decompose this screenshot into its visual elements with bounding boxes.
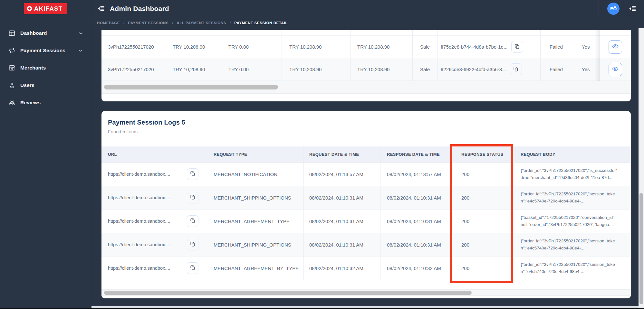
- copy-icon: [190, 241, 196, 248]
- copy-button[interactable]: [187, 168, 198, 180]
- copy-icon: [190, 194, 196, 201]
- payment-sessions-card: 3vPh1722550217020 TRY 10,208.90 TRY 0.00…: [101, 30, 631, 101]
- logo-wrap: AKIFAST: [0, 0, 91, 17]
- users-icon: [8, 82, 15, 89]
- breadcrumb-payment-sessions[interactable]: PAYMENT SESSIONS: [128, 21, 168, 25]
- amount-cell: TRY 10,208.90: [165, 58, 222, 80]
- breadcrumb-all-payment-sessions[interactable]: ALL PAYMENT SESSIONS: [177, 21, 226, 25]
- request-body-line: {"order_id":"3vPh1722550217020","is_succ…: [521, 167, 631, 174]
- copy-button[interactable]: [187, 215, 198, 227]
- request-type-cell: MERCHANT_AGREEMENT_TYPE: [205, 210, 304, 233]
- logs-title: Payment Session Logs 5: [108, 119, 631, 126]
- sidebar-item-payment-sessions[interactable]: Payment Sessions: [0, 42, 91, 59]
- request-datetime-cell: 08/02/2024, 01:13:57 AM: [304, 163, 380, 186]
- response-status-cell: 200: [451, 257, 513, 280]
- url-cell: https://client-demo.sandbox....: [101, 163, 205, 186]
- response-status-cell: 200: [451, 186, 513, 209]
- copy-icon: [190, 171, 196, 177]
- logo[interactable]: AKIFAST: [24, 3, 67, 14]
- request-body-line: {"order_id":"3vPh1722550217020","session…: [521, 191, 631, 198]
- request-body-line: {"basket_id":"1722550217020","conversati…: [521, 214, 631, 221]
- view-detail-button[interactable]: [609, 40, 622, 54]
- request-body-line: null,"order_id":"3vPh1722550217020","lan…: [521, 221, 631, 228]
- horizontal-scrollbar-thumb[interactable]: [104, 291, 472, 295]
- view-detail-button[interactable]: [609, 63, 622, 76]
- screen: AKIFAST Dashboard Payment Sessions: [0, 0, 644, 309]
- url-cell: https://client-demo.sandbox....: [101, 186, 205, 209]
- url-text: https://client-demo.sandbox....: [108, 172, 170, 177]
- chevron-down-icon: [78, 48, 83, 53]
- sidebar-item-reviews[interactable]: Reviews: [0, 94, 91, 111]
- sidebar-nav: Dashboard Payment Sessions Merchants: [0, 17, 91, 111]
- net-amount-cell: TRY 10,208.90: [282, 36, 351, 58]
- reviews-icon: [8, 99, 15, 106]
- request-datetime-cell: 08/02/2024, 01:10:31 AM: [304, 210, 380, 233]
- copy-button[interactable]: [187, 192, 198, 203]
- request-type-cell: MERCHANT_SHIPPING_OPTIONS: [205, 186, 304, 209]
- request-body-cell: {"order_id":"3vPh1722550217020","is_succ…: [513, 163, 631, 186]
- topbar-divider: [599, 0, 599, 17]
- eye-icon: [612, 65, 619, 73]
- total-amount-cell: TRY 10,208.90: [351, 58, 413, 80]
- sidebar: AKIFAST Dashboard Payment Sessions: [0, 0, 91, 308]
- breadcrumb-homepage[interactable]: HOMEPAGE: [97, 21, 120, 25]
- url-cell: https://client-demo.sandbox....: [101, 210, 205, 233]
- dashboard-icon: [8, 30, 15, 37]
- request-body-cell: {"order_id":"3vPh1722550217020","session…: [513, 257, 631, 280]
- order-no-cell: 3vPh1722550217020: [101, 58, 165, 80]
- logs-subtitle: Found 5 items.: [108, 129, 631, 134]
- horizontal-scrollbar[interactable]: [101, 289, 631, 296]
- vertical-scrollbar[interactable]: [639, 28, 644, 308]
- request-datetime-cell: 08/02/2024, 01:10:31 AM: [304, 186, 380, 209]
- request-body-line: n":"e4c5740e-720c-4cb4-98e4-...: [521, 245, 631, 252]
- avatar[interactable]: EÖ: [607, 3, 620, 15]
- horizontal-scrollbar-thumb[interactable]: [104, 85, 278, 89]
- logs-table-header-row: URL REQUEST TYPE REQUEST DATE & TIME RES…: [101, 146, 631, 163]
- logo-icon: [27, 6, 32, 11]
- sidebar-item-merchants[interactable]: Merchants: [0, 59, 91, 77]
- url-cell: https://client-demo.sandbox....: [101, 257, 205, 280]
- right-panel-toggle-icon[interactable]: [628, 5, 637, 13]
- response-datetime-cell: 08/02/2024, 01:13:57 AM: [380, 163, 451, 186]
- refund-amount-cell: TRY 0.00: [222, 36, 282, 58]
- breadcrumb: HOMEPAGE / PAYMENT SESSIONS / ALL PAYMEN…: [91, 17, 644, 28]
- transaction-id-cell: ff75e2e8-b744-4d8a-b7be-1e...: [437, 36, 541, 58]
- copy-button[interactable]: [510, 63, 522, 75]
- eye-icon: [612, 43, 619, 51]
- vertical-scrollbar-thumb[interactable]: [639, 193, 643, 304]
- logo-text: AKIFAST: [34, 5, 62, 12]
- logs-table-row: https://client-demo.sandbox.... MERCHANT…: [101, 186, 631, 210]
- breadcrumb-separator: /: [123, 21, 124, 25]
- refund-amount-cell: TRY 0.00: [222, 58, 282, 80]
- transaction-id-cell: 9226cde3-6922-4bfd-a3b6-3...: [437, 58, 541, 80]
- column-header-request-body: REQUEST BODY: [513, 146, 631, 162]
- url-text: https://client-demo.sandbox....: [108, 266, 170, 271]
- request-type-cell: MERCHANT_NOTIFICATION: [205, 163, 304, 186]
- request-body-line: n":"e4c5740e-720c-4cb4-98e4-...: [521, 198, 631, 205]
- merchants-icon: [8, 64, 15, 71]
- amount-cell: TRY 10,208.90: [165, 36, 222, 58]
- total-amount-cell: TRY 10,208.90: [351, 36, 413, 58]
- response-datetime-cell: 08/02/2024, 01:10:31 AM: [380, 233, 451, 256]
- sidebar-item-label: Reviews: [20, 100, 83, 106]
- sidebar-item-dashboard[interactable]: Dashboard: [0, 24, 91, 42]
- url-text: https://client-demo.sandbox....: [108, 195, 170, 200]
- response-datetime-cell: 08/02/2024, 01:10:31 AM: [380, 186, 451, 209]
- topbar-right: EÖ: [599, 0, 644, 17]
- type-cell: Sale: [413, 58, 437, 80]
- copy-icon: [514, 44, 520, 50]
- breadcrumb-current: PAYMENT SESSION DETAIL: [234, 21, 288, 25]
- request-body-cell: {"basket_id":"1722550217020","conversati…: [513, 210, 631, 233]
- sidebar-collapse-icon[interactable]: [97, 5, 105, 13]
- response-datetime-cell: 08/02/2024, 01:10:32 AM: [380, 257, 451, 280]
- column-header-request-datetime: REQUEST DATE & TIME: [304, 146, 380, 162]
- topbar: Admin Dashboard EÖ: [91, 0, 644, 17]
- copy-button[interactable]: [187, 262, 198, 274]
- sidebar-item-users[interactable]: Users: [0, 77, 91, 94]
- copy-button[interactable]: [511, 41, 523, 53]
- request-datetime-cell: 08/02/2024, 01:10:32 AM: [304, 257, 380, 280]
- horizontal-scrollbar[interactable]: [101, 81, 631, 94]
- response-datetime-cell: 08/02/2024, 01:10:31 AM: [380, 210, 451, 233]
- logs-header: Payment Session Logs 5 Found 5 items.: [101, 111, 631, 146]
- copy-button[interactable]: [187, 239, 198, 250]
